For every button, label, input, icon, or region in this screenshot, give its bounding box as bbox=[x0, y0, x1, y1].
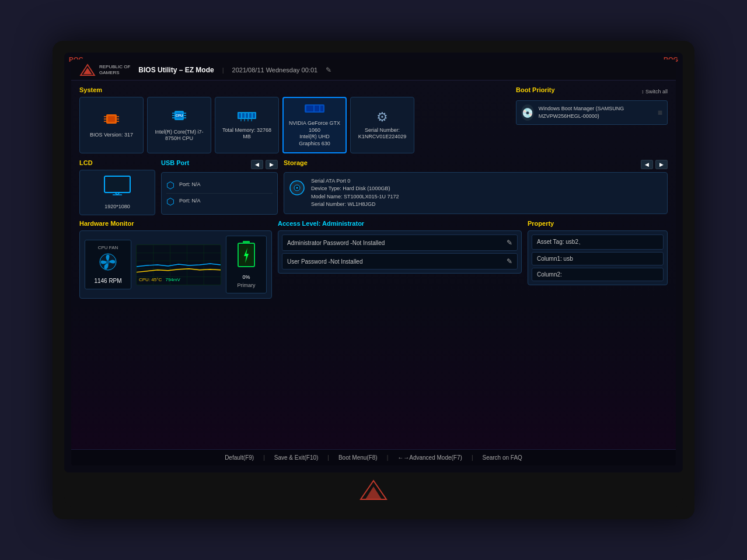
system-section-label: System bbox=[79, 86, 510, 93]
usb-section-label: USB Port bbox=[161, 159, 189, 166]
admin-password-edit[interactable]: ✎ bbox=[507, 239, 512, 247]
brand-text: REPUBLIC OF GAMERS bbox=[99, 64, 130, 75]
ram-icon bbox=[236, 110, 257, 125]
system-cards: BIOS Version: 317 CPU bbox=[79, 97, 510, 153]
user-password-edit[interactable]: ✎ bbox=[507, 257, 512, 265]
property-row-3: Column2: bbox=[532, 268, 664, 281]
bios-date: 2021/08/11 Wednesday 00:01 bbox=[232, 66, 318, 74]
usb-next-button[interactable]: ▶ bbox=[266, 160, 278, 169]
bios-card[interactable]: BIOS Version: 317 bbox=[79, 97, 144, 153]
switch-all-button[interactable]: ↕ Switch all bbox=[641, 89, 668, 94]
bios-chip-icon bbox=[103, 112, 120, 130]
admin-password-text: Administrator Password -Not Installed bbox=[287, 240, 385, 246]
storage-next-button[interactable]: ▶ bbox=[655, 160, 668, 169]
hardware-card: CPU FAN bbox=[79, 230, 272, 299]
serial-card[interactable]: ⚙ Serial Number: K1NRCV01E224029 bbox=[350, 97, 414, 153]
cpu-card-text: Intel(R) Core(TM) i7-8750H CPU bbox=[152, 129, 206, 142]
footer-boot-menu[interactable]: Boot Menu(F8) bbox=[338, 454, 378, 461]
footer-save-exit[interactable]: Save & Exit(F10) bbox=[274, 454, 319, 461]
admin-password-row: Administrator Password -Not Installed ✎ bbox=[282, 235, 518, 251]
footer-default[interactable]: Default(F9) bbox=[225, 454, 254, 461]
serial-card-text: Serial Number: K1NRCV01E224029 bbox=[358, 127, 407, 141]
svg-rect-32 bbox=[320, 106, 323, 111]
hdd-icon bbox=[289, 180, 305, 200]
svg-rect-22 bbox=[246, 113, 248, 118]
cpu-fan-label: CPU FAN bbox=[90, 245, 126, 250]
svg-rect-23 bbox=[249, 113, 252, 118]
hw-graph: CPU: 45°C 794mV bbox=[136, 244, 221, 285]
battery-pct: 0% bbox=[242, 274, 250, 280]
boot-section-label: Boot Priority bbox=[516, 86, 555, 93]
cpu-volt: 794mV bbox=[165, 277, 180, 282]
storage-port: Serial ATA Port 0 bbox=[311, 177, 399, 186]
usb-nav: ◀ ▶ bbox=[251, 160, 278, 169]
bios-card-text: BIOS Version: 317 bbox=[90, 132, 133, 139]
storage-serial: Serial Number: WL1H8JGD bbox=[311, 201, 399, 209]
svg-rect-34 bbox=[106, 178, 128, 191]
gpu-card[interactable]: NVIDIA GeForce GTX 1060 Intel(R) UHD Gra… bbox=[282, 97, 347, 153]
cpu-icon: CPU bbox=[170, 108, 188, 127]
cpu-stat: CPU: 45°C 794mV bbox=[139, 277, 180, 282]
property-row-2: Column1: usb bbox=[532, 252, 664, 265]
usb-icon-2: ⬡ bbox=[166, 196, 174, 207]
svg-text:CPU: CPU bbox=[176, 114, 183, 117]
svg-rect-21 bbox=[242, 113, 245, 118]
boot-disk-icon: 💿 bbox=[521, 104, 534, 121]
svg-rect-30 bbox=[306, 106, 313, 111]
fan-icon bbox=[90, 253, 126, 275]
lcd-card: 1920*1080 bbox=[79, 170, 155, 216]
lcd-section-label: LCD bbox=[79, 159, 155, 166]
usb-port-1: ⬡ Port: N/A bbox=[166, 177, 273, 194]
storage-card: Serial ATA Port 0 Device Type: Hard Disk… bbox=[284, 172, 668, 214]
storage-details: Serial ATA Port 0 Device Type: Hard Disk… bbox=[311, 177, 399, 209]
hardware-section-label: Hardware Monitor bbox=[79, 220, 272, 227]
footer-advanced-mode[interactable]: ←→Advanced Mode(F7) bbox=[397, 454, 462, 461]
usb-port-2: ⬡ Port: N/A bbox=[166, 194, 273, 209]
laptop-bottom bbox=[64, 473, 683, 508]
access-section-label: Access Level: Administrator bbox=[278, 220, 522, 227]
footer-search-faq[interactable]: Search on FAQ bbox=[482, 454, 522, 461]
storage-model: Model Name: ST1000LX015-1U 7172 bbox=[311, 193, 399, 201]
svg-rect-20 bbox=[239, 113, 241, 118]
gear-icon: ⚙ bbox=[376, 110, 388, 125]
property-row-1: Asset Tag: usb2、 bbox=[532, 235, 664, 250]
user-password-text: User Password -Not Installed bbox=[287, 258, 363, 265]
fan-rpm: 1146 RPM bbox=[90, 278, 126, 284]
edit-date-icon[interactable]: ✎ bbox=[326, 66, 331, 74]
bios-footer: Default(F9) | Save & Exit(F10) | Boot Me… bbox=[71, 449, 676, 466]
storage-prev-button[interactable]: ◀ bbox=[641, 160, 653, 169]
ram-card-text: Total Memory: 32768 MB bbox=[220, 127, 274, 141]
usb-icon-1: ⬡ bbox=[166, 180, 174, 191]
cpu-fan-box: CPU FAN bbox=[85, 240, 131, 289]
storage-type: Device Type: Hard Disk (1000GB) bbox=[311, 185, 399, 193]
svg-rect-24 bbox=[253, 113, 255, 118]
battery-label: Primary bbox=[238, 282, 256, 288]
ram-card[interactable]: Total Memory: 32768 MB bbox=[215, 97, 279, 153]
boot-item: 💿 Windows Boot Manager (SAMSUNG MZVPW256… bbox=[516, 100, 668, 125]
storage-section-label: Storage bbox=[284, 159, 308, 166]
gpu-icon bbox=[304, 103, 325, 118]
lcd-resolution: 1920*1080 bbox=[104, 204, 130, 211]
bios-mode-title: BIOS Utility – EZ Mode bbox=[138, 66, 214, 74]
boot-drag-handle[interactable]: ≡ bbox=[658, 108, 662, 117]
battery-box: 0% Primary bbox=[226, 236, 267, 293]
lcd-icon bbox=[103, 175, 131, 200]
usb-card: ⬡ Port: N/A ⬡ Port: N/A bbox=[161, 172, 278, 215]
gpu-card-text: NVIDIA GeForce GTX 1060 Intel(R) UHD Gra… bbox=[288, 120, 341, 148]
user-password-row: User Password -Not Installed ✎ bbox=[282, 253, 518, 270]
property-card: Asset Tag: usb2、 Column1: usb Column2: bbox=[528, 230, 668, 285]
svg-point-40 bbox=[296, 187, 298, 188]
boot-item-text: Windows Boot Manager (SAMSUNG MZVPW256HE… bbox=[539, 105, 653, 120]
cpu-card[interactable]: CPU Intel(R) Core(TM) bbox=[147, 97, 211, 153]
svg-rect-3 bbox=[108, 116, 115, 122]
rog-brand: REPUBLIC OF GAMERS bbox=[79, 64, 130, 76]
bios-header: REPUBLIC OF GAMERS BIOS Utility – EZ Mod… bbox=[71, 60, 676, 80]
access-card: Administrator Password -Not Installed ✎ … bbox=[278, 230, 522, 274]
svg-point-42 bbox=[106, 260, 110, 264]
usb-prev-button[interactable]: ◀ bbox=[251, 160, 263, 169]
storage-nav: ◀ ▶ bbox=[641, 160, 668, 169]
battery-icon bbox=[237, 241, 256, 272]
cpu-temp: CPU: 45°C bbox=[139, 277, 162, 282]
usb-port-1-label: Port: N/A bbox=[179, 181, 201, 188]
property-section-label: Property bbox=[528, 220, 668, 227]
